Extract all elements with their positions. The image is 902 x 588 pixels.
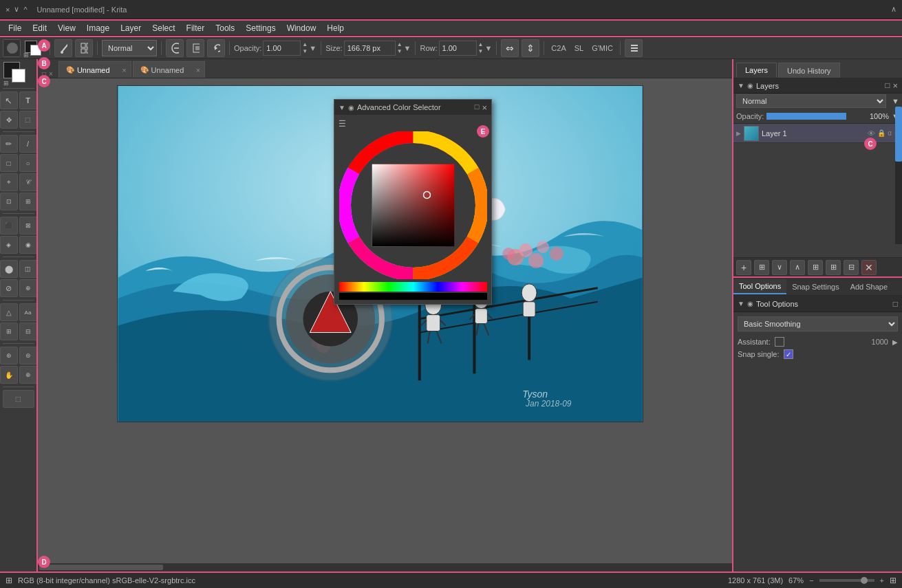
status-zoom-plus-icon[interactable]: + bbox=[880, 576, 884, 585]
fill-tool-button[interactable]: ⬤ bbox=[0, 260, 18, 278]
blend-mode-select[interactable]: Normal Multiply Screen bbox=[102, 40, 157, 56]
menu-tools[interactable]: Tools bbox=[210, 22, 240, 34]
lock-alpha-button[interactable] bbox=[186, 39, 204, 57]
move-down-button[interactable]: ∨ bbox=[772, 260, 787, 275]
tool-options-tab-main[interactable]: Tool Options bbox=[733, 279, 786, 294]
color-black-bar[interactable] bbox=[339, 293, 487, 300]
title-bar-close[interactable]: × bbox=[6, 6, 10, 14]
layer-1-alpha-icon[interactable]: α bbox=[888, 129, 892, 138]
transform-tool-button[interactable]: ⊡ bbox=[0, 193, 18, 210]
similar-select-button[interactable]: ◉ bbox=[19, 236, 37, 254]
layers-vscroll[interactable] bbox=[895, 107, 902, 244]
color-selector-close-icon[interactable]: × bbox=[482, 102, 487, 113]
color-swatches[interactable]: ⊞ bbox=[3, 62, 34, 84]
smart-patch-button[interactable]: ⊕ bbox=[19, 279, 37, 297]
c2a-label[interactable]: C2A bbox=[548, 43, 568, 54]
zoom-tool-button[interactable]: ⊕ bbox=[19, 366, 37, 384]
assistant-checkbox[interactable] bbox=[775, 337, 784, 347]
opacity-down-arrow[interactable]: ▼ bbox=[302, 48, 308, 55]
opacity-up-arrow[interactable]: ▲ bbox=[302, 41, 308, 48]
row-down-arrow[interactable]: ▼ bbox=[478, 48, 484, 55]
size-extra-btn[interactable]: ▼ bbox=[404, 44, 411, 52]
gmic-label[interactable]: G'MIC bbox=[589, 43, 616, 54]
opacity-input[interactable] bbox=[263, 41, 301, 56]
status-zoom-minus-icon[interactable]: − bbox=[809, 576, 813, 585]
layers-opacity-slider[interactable] bbox=[766, 113, 846, 120]
path-tool-button[interactable]: ⌖ bbox=[0, 173, 18, 191]
crop-tool-button[interactable]: ⬚ bbox=[19, 111, 37, 129]
size-down-arrow[interactable]: ▼ bbox=[397, 48, 402, 55]
line-tool-button[interactable]: / bbox=[19, 135, 37, 153]
move-tool-button[interactable]: ✥ bbox=[0, 111, 18, 129]
contiguous-select-button[interactable]: ◈ bbox=[0, 236, 18, 254]
assistant-tool-button[interactable]: Aa bbox=[19, 303, 37, 321]
grid-tool-button[interactable]: ⊞ bbox=[0, 323, 18, 340]
group-layer-button[interactable]: ⊞ bbox=[808, 260, 823, 275]
flatten-button[interactable]: ⊞ bbox=[826, 260, 841, 275]
add-layer-button[interactable]: + bbox=[736, 260, 751, 275]
title-bar-minimize[interactable]: ∨ bbox=[14, 5, 19, 14]
canvas-tab-1[interactable]: 🎨 Unnamed × bbox=[58, 61, 131, 78]
menu-filter[interactable]: Filter bbox=[181, 22, 211, 34]
snap-single-checkbox[interactable]: ✓ bbox=[784, 349, 793, 359]
canvas-tab-1-close[interactable]: × bbox=[122, 66, 126, 74]
reference-tool-button[interactable]: ⬚ bbox=[3, 390, 34, 408]
zoom-slider[interactable] bbox=[819, 579, 874, 582]
row-extra-btn[interactable]: ▼ bbox=[484, 44, 492, 52]
tool-options-collapse-icon[interactable]: ▼ bbox=[738, 300, 744, 307]
freehand-brush-button[interactable]: ✏ bbox=[0, 135, 18, 153]
layers-panel-close-icon[interactable]: × bbox=[892, 80, 898, 91]
opacity-extra-btn[interactable]: ▼ bbox=[309, 44, 316, 52]
size-up-arrow[interactable]: ▲ bbox=[397, 41, 402, 48]
tab-layers[interactable]: Layers bbox=[736, 63, 777, 78]
rect-tool-button[interactable]: □ bbox=[0, 154, 18, 172]
layer-row-1[interactable]: ▶ Layer 1 👁 🔒 α ✦ bbox=[733, 124, 902, 143]
color-selector-float-icon[interactable]: □ bbox=[475, 102, 480, 113]
title-bar-maximize[interactable]: ^ bbox=[23, 6, 27, 14]
freehand-select-button[interactable]: ⊠ bbox=[19, 217, 37, 235]
size-input[interactable] bbox=[344, 41, 396, 56]
canvas-tab-2[interactable]: 🎨 Unnamed × bbox=[133, 61, 206, 78]
canvas-content[interactable]: Tyson Jan 2018-09 ▼ ◉ Advanced Color Sel… bbox=[38, 78, 732, 571]
smoothing-select[interactable]: Basic Smoothing No Smoothing Stabilizer … bbox=[738, 316, 898, 331]
status-grid-icon[interactable]: ⊞ bbox=[890, 576, 896, 585]
layer-1-lock-icon[interactable]: 🔒 bbox=[877, 129, 885, 138]
menu-view[interactable]: View bbox=[52, 22, 81, 34]
layers-expand-icon[interactable]: ▼ bbox=[892, 97, 899, 105]
layers-panel-float-icon[interactable]: □ bbox=[885, 80, 890, 91]
mirror-v-button[interactable]: ⇕ bbox=[522, 39, 539, 57]
eyedropper-button[interactable]: ⊘ bbox=[0, 279, 18, 297]
menu-layer[interactable]: Layer bbox=[115, 22, 147, 34]
menu-edit[interactable]: Edit bbox=[27, 22, 52, 34]
menu-select[interactable]: Select bbox=[147, 22, 180, 34]
sl-label[interactable]: SL bbox=[572, 43, 586, 54]
color-hue-bar[interactable] bbox=[339, 282, 487, 292]
menu-settings[interactable]: Settings bbox=[240, 22, 281, 34]
pan-tool-button[interactable]: ✋ bbox=[0, 366, 18, 384]
layers-vscroll-thumb[interactable] bbox=[895, 107, 902, 162]
row-input[interactable] bbox=[439, 41, 477, 56]
row-up-arrow[interactable]: ▲ bbox=[478, 41, 484, 48]
canvas-hscroll[interactable] bbox=[38, 563, 732, 571]
view-options-button[interactable] bbox=[625, 39, 643, 57]
gradient-tool-button[interactable]: ◫ bbox=[19, 260, 37, 278]
extra-tool-button[interactable]: ⊟ bbox=[19, 323, 37, 340]
settings-caret-icon[interactable]: ∧ bbox=[891, 5, 896, 14]
move-up-button[interactable]: ∧ bbox=[790, 260, 805, 275]
canvas-hscroll-thumb[interactable] bbox=[39, 565, 163, 570]
tool-options-tab-snap[interactable]: Snap Settings bbox=[786, 279, 845, 294]
select-tool-button[interactable]: ↖ bbox=[0, 91, 18, 109]
menu-help[interactable]: Help bbox=[321, 22, 350, 34]
menu-window[interactable]: Window bbox=[281, 22, 322, 34]
rect-select-button[interactable]: ⬛ bbox=[0, 217, 18, 235]
delete-layer-button[interactable]: ✕ bbox=[861, 260, 877, 275]
tool-options-float-icon[interactable]: □ bbox=[893, 299, 898, 309]
brush-tool-button[interactable] bbox=[54, 39, 72, 57]
duplicate-layer-button[interactable]: ⊞ bbox=[754, 260, 769, 275]
tool-options-tab-add-shape[interactable]: Add Shape bbox=[845, 279, 893, 294]
ellipse-tool-button[interactable]: ○ bbox=[19, 154, 37, 172]
brush-preset-button[interactable] bbox=[3, 39, 21, 57]
tab-undo-history[interactable]: Undo History bbox=[778, 63, 840, 78]
contour-tool-button[interactable]: ⊜ bbox=[19, 347, 37, 364]
color-selector-titlebar[interactable]: ▼ ◉ Advanced Color Selector □ × bbox=[334, 100, 491, 115]
